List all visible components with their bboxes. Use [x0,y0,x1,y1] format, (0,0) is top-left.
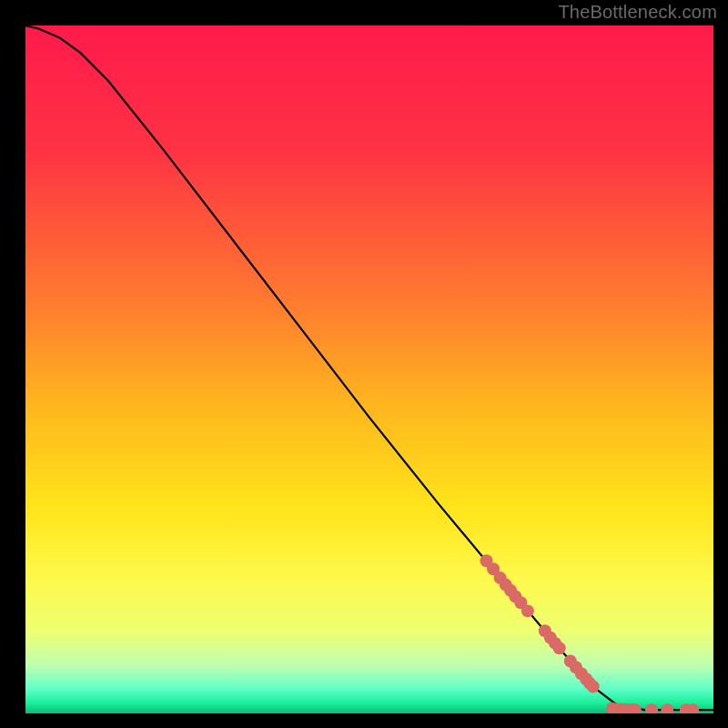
data-marker [629,703,642,716]
data-marker [521,604,534,617]
data-marker [587,681,600,693]
data-marker [661,703,673,716]
chart-stage: TheBottleneck.com [0,0,728,728]
data-marker [645,703,658,716]
plot-background [25,25,713,713]
bottleneck-chart [0,0,728,728]
data-marker [553,642,566,654]
data-marker [686,703,699,716]
